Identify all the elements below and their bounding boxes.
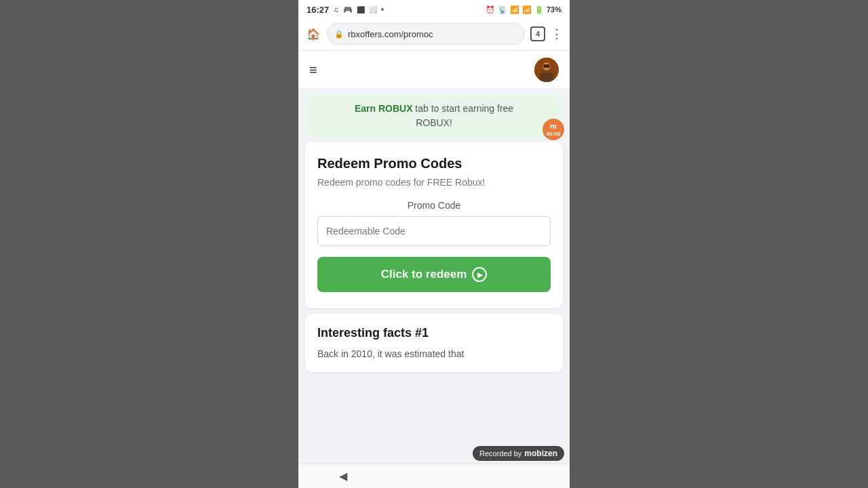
notification-badge: m 00:08 bbox=[542, 119, 564, 140]
redeem-button-icon: ▶ bbox=[472, 267, 487, 282]
bottom-bar: ◀ bbox=[298, 464, 570, 488]
browser-menu-button[interactable]: ⋮ bbox=[551, 26, 563, 41]
promo-label: Promo Code bbox=[317, 200, 551, 211]
banner-text-2: tab to start earning free bbox=[412, 103, 513, 114]
battery-percentage: 73% bbox=[547, 5, 561, 14]
app-icon-1: ⬛ bbox=[357, 6, 365, 14]
notification-time: 00:08 bbox=[547, 131, 560, 138]
svg-rect-2 bbox=[540, 73, 553, 82]
redeem-card: Redeem Promo Codes Redeem promo codes fo… bbox=[305, 142, 563, 308]
status-time: 16:27 bbox=[307, 5, 329, 15]
banner-text-3: ROBUX! bbox=[416, 117, 452, 128]
recording-badge: Recorded by mobizen bbox=[473, 446, 564, 461]
discord-icon: 🎮 bbox=[343, 5, 353, 14]
status-bar: 16:27 ♫ 🎮 ⬛ ⬜ • ⏰ 📡 📶 📶 🔋 73% bbox=[298, 0, 570, 19]
hamburger-menu[interactable]: ≡ bbox=[309, 62, 317, 78]
battery-icon: 🔋 bbox=[534, 5, 544, 14]
card-subtitle: Redeem promo codes for FREE Robux! bbox=[317, 177, 551, 188]
signal-icon: 📶 bbox=[522, 5, 532, 14]
status-dot: • bbox=[381, 4, 384, 15]
card-title: Redeem Promo Codes bbox=[317, 156, 551, 171]
wifi-icon: 📶 bbox=[510, 5, 519, 14]
facts-card: Interesting facts #1 Back in 2010, it wa… bbox=[305, 314, 563, 372]
redeem-button-label: Click to redeem bbox=[381, 268, 467, 281]
home-button[interactable]: 🏠 bbox=[305, 26, 321, 42]
notification-label: m bbox=[547, 122, 560, 131]
back-button[interactable]: ◀ bbox=[339, 470, 347, 483]
mobizen-logo: mobizen bbox=[524, 449, 557, 458]
recording-label: Recorded by bbox=[479, 449, 521, 458]
page-content: Earn ROBUX tab to start earning free ROB… bbox=[298, 89, 570, 464]
facts-title: Interesting facts #1 bbox=[317, 326, 551, 340]
lock-icon: 🔒 bbox=[334, 30, 344, 39]
facts-text: Back in 2010, it was estimated that bbox=[317, 347, 551, 361]
url-text: rbxoffers.com/promoc bbox=[348, 29, 433, 39]
redeem-button[interactable]: Click to redeem ▶ bbox=[317, 257, 551, 292]
avatar[interactable] bbox=[534, 58, 559, 82]
play-icon: ▶ bbox=[477, 271, 483, 279]
earn-banner: Earn ROBUX tab to start earning free ROB… bbox=[305, 95, 563, 137]
tab-count[interactable]: 4 bbox=[530, 26, 545, 41]
app-icon-2: ⬜ bbox=[369, 6, 377, 14]
promo-code-input[interactable] bbox=[317, 216, 551, 246]
earn-robux-link[interactable]: Earn ROBUX bbox=[355, 103, 413, 114]
browser-chrome: 🏠 🔒 rbxoffers.com/promoc 4 ⋮ bbox=[298, 19, 570, 51]
alarm-icon: ⏰ bbox=[486, 5, 495, 14]
cast-icon: 📡 bbox=[498, 5, 507, 14]
address-bar[interactable]: 🔒 rbxoffers.com/promoc bbox=[327, 23, 525, 45]
nav-bar: ≡ bbox=[298, 51, 570, 89]
spotify-icon: ♫ bbox=[333, 5, 338, 14]
svg-rect-4 bbox=[543, 64, 550, 68]
